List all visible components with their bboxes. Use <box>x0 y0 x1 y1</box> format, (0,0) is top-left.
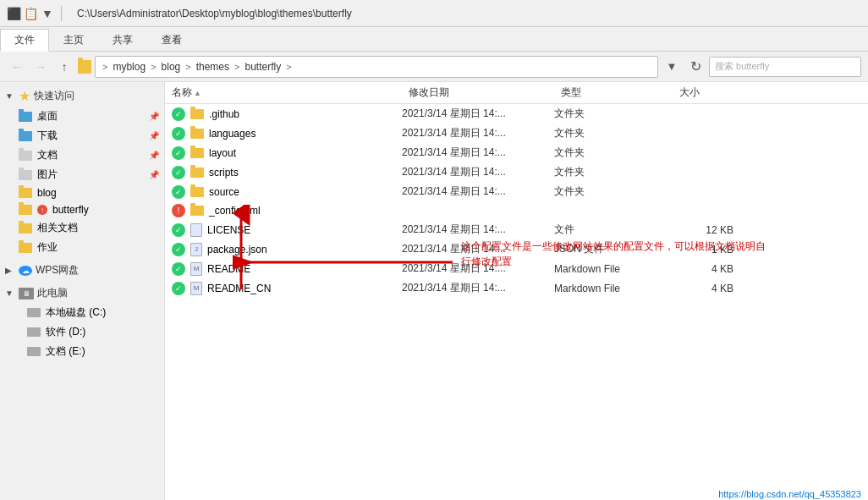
sidebar-item-desktop[interactable]: 桌面 📌 <box>0 107 164 126</box>
chevron-right-icon: ▶ <box>5 266 15 275</box>
search-button[interactable]: 搜索 butterfly <box>709 57 861 77</box>
file-type: 文件夹 <box>554 146 673 160</box>
e-drive-label: 文档 (E:) <box>46 344 159 359</box>
path-myblog[interactable]: myblog <box>113 61 146 73</box>
sidebar-item-butterfly[interactable]: ! butterfly <box>0 201 164 218</box>
address-bar: ← → ↑ > myblog > blog > themes > butterf… <box>0 52 868 82</box>
sync-check-icon: ✓ <box>172 146 185 160</box>
sync-check-icon: ✓ <box>172 282 185 295</box>
sync-check-icon: ✓ <box>172 166 185 179</box>
sidebar-quickaccess-header[interactable]: ▼ ★ 快速访问 <box>0 85 164 107</box>
title-icon-1: ⬛ <box>7 7 20 20</box>
path-butterfly[interactable]: butterfly <box>244 61 281 73</box>
file-date: 2021/3/14 星期日 14:... <box>402 126 554 140</box>
wps-cloud-icon: ☁ <box>19 266 32 276</box>
file-name: ✓ J package.json <box>165 243 402 256</box>
blog-label: blog <box>37 187 159 199</box>
file-date: 2021/3/14 星期日 14:... <box>402 184 554 199</box>
sidebar-item-e-drive[interactable]: 文档 (E:) <box>0 342 164 361</box>
table-row[interactable]: ✓ LICENSE 2021/3/14 星期日 14:... 文件 12 KB <box>165 220 868 239</box>
title-icon-3: ▼ <box>41 7 54 20</box>
table-row[interactable]: ✓ languages 2021/3/14 星期日 14:... 文件夹 <box>165 124 868 143</box>
file-size: 4 KB <box>673 263 740 275</box>
related-label: 相关文档 <box>37 221 159 235</box>
thispc-label: 此电脑 <box>37 286 68 300</box>
file-type: 文件夹 <box>554 107 673 121</box>
docs-label: 文档 <box>37 148 144 162</box>
sync-check-icon: ✓ <box>172 185 185 199</box>
table-row[interactable]: ✓ layout 2021/3/14 星期日 14:... 文件夹 <box>165 143 868 162</box>
d-drive-label: 软件 (D:) <box>46 325 159 339</box>
file-date: 2021/3/14 星期日 14:... <box>402 107 554 121</box>
sidebar-item-blog[interactable]: blog <box>0 184 164 201</box>
sidebar-item-d-drive[interactable]: 软件 (D:) <box>0 322 164 342</box>
sidebar-item-docs[interactable]: 文档 📌 <box>0 146 164 165</box>
refresh-button[interactable]: ↻ <box>685 57 706 77</box>
file-type: 文件夹 <box>554 126 673 140</box>
tab-share[interactable]: 共享 <box>98 29 147 51</box>
file-date: 2021/3/14 星期日 14:... <box>402 242 554 256</box>
col-header-name[interactable]: 名称 ▲ <box>165 85 402 100</box>
sidebar-thispc-header[interactable]: ▼ 🖥 此电脑 <box>0 283 164 303</box>
sync-check-icon: ✓ <box>172 262 185 276</box>
tab-view[interactable]: 查看 <box>147 29 196 51</box>
pin-icon-2: 📌 <box>149 131 159 140</box>
tab-home[interactable]: 主页 <box>49 29 98 51</box>
col-header-type[interactable]: 类型 <box>554 85 673 100</box>
table-row[interactable]: ✓ source 2021/3/14 星期日 14:... 文件夹 <box>165 182 868 201</box>
sort-arrow-icon: ▲ <box>194 89 201 97</box>
sidebar-item-related[interactable]: 相关文档 <box>0 218 164 238</box>
table-row[interactable]: ✓ J package.json 2021/3/14 星期日 14:... JS… <box>165 239 868 259</box>
sync-check-icon: ✓ <box>172 107 185 121</box>
col-header-date[interactable]: 修改日期 <box>402 85 554 100</box>
desktop-label: 桌面 <box>37 109 144 124</box>
file-date: 2021/3/14 星期日 14:... <box>402 223 554 237</box>
back-button[interactable]: ← <box>7 57 27 77</box>
tab-file[interactable]: 文件 <box>0 29 49 52</box>
quickaccess-label: 快速访问 <box>34 89 74 103</box>
title-icon-2: 📋 <box>24 7 37 20</box>
forward-button[interactable]: → <box>30 57 51 77</box>
file-type: Markdown File <box>554 263 673 275</box>
address-path[interactable]: > myblog > blog > themes > butterfly > <box>95 56 658 78</box>
path-themes[interactable]: themes <box>196 61 229 73</box>
col-header-size[interactable]: 大小 <box>673 85 740 100</box>
up-button[interactable]: ↑ <box>54 57 74 77</box>
address-dropdown[interactable]: ▼ <box>662 57 682 77</box>
ribbon-tabs: 文件 主页 共享 查看 <box>0 27 868 51</box>
content-area: 名称 ▲ 修改日期 类型 大小 ✓ .github 2021/3/14 星期日 … <box>165 82 868 500</box>
file-type: JSON 文件 <box>554 242 673 256</box>
file-list: ✓ .github 2021/3/14 星期日 14:... 文件夹 ✓ lan… <box>165 104 868 298</box>
table-row[interactable]: ✓ M README_CN 2021/3/14 星期日 14:... Markd… <box>165 278 868 298</box>
title-bar-icons: ⬛ 📋 ▼ <box>7 6 65 21</box>
file-type: 文件 <box>554 223 673 237</box>
file-name: ✓ .github <box>165 107 402 121</box>
sidebar-wps-header[interactable]: ▶ ☁ WPS网盘 <box>0 261 164 280</box>
file-name: ✓ layout <box>165 146 402 160</box>
sidebar: ▼ ★ 快速访问 桌面 📌 下载 📌 文档 📌 图片 📌 blog <box>0 82 165 500</box>
downloads-label: 下载 <box>37 129 144 143</box>
sync-check-icon: ✓ <box>172 223 185 237</box>
path-blog[interactable]: blog <box>162 61 181 73</box>
table-row[interactable]: ✓ scripts 2021/3/14 星期日 14:... 文件夹 <box>165 162 868 182</box>
file-type: Markdown File <box>554 283 673 294</box>
title-bar: ⬛ 📋 ▼ C:\Users\Administrator\Desktop\myb… <box>0 0 868 27</box>
sidebar-item-pictures[interactable]: 图片 📌 <box>0 165 164 184</box>
pin-icon: 📌 <box>149 112 159 121</box>
file-date: 2021/3/14 星期日 14:... <box>402 165 554 179</box>
table-row[interactable]: ! _config.yml <box>165 201 868 220</box>
table-row[interactable]: ✓ .github 2021/3/14 星期日 14:... 文件夹 <box>165 104 868 124</box>
sidebar-item-downloads[interactable]: 下载 📌 <box>0 126 164 146</box>
sidebar-item-homework[interactable]: 作业 <box>0 238 164 257</box>
file-date: 2021/3/14 星期日 14:... <box>402 261 554 276</box>
error-icon: ! <box>172 204 185 217</box>
sidebar-item-c-drive[interactable]: 本地磁盘 (C:) <box>0 303 164 322</box>
file-size: 4 KB <box>673 283 740 294</box>
butterfly-label: butterfly <box>52 204 159 216</box>
file-name: ✓ M README <box>165 262 402 276</box>
butterfly-red-icon: ! <box>37 205 47 215</box>
file-type: 文件夹 <box>554 184 673 199</box>
file-name: ✓ LICENSE <box>165 223 402 237</box>
table-row[interactable]: ✓ M README 2021/3/14 星期日 14:... Markdown… <box>165 259 868 278</box>
title-path: C:\Users\Administrator\Desktop\myblog\bl… <box>77 8 352 19</box>
